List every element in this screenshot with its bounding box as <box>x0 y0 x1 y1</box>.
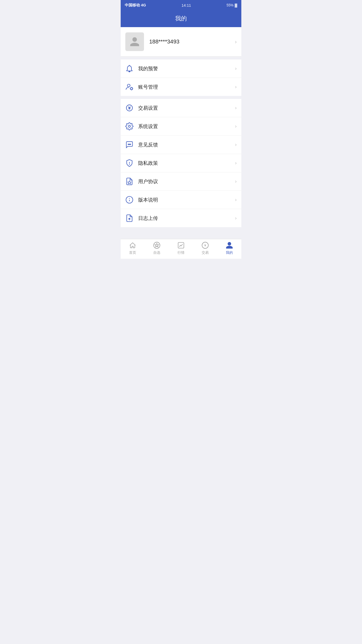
svg-rect-16 <box>178 242 184 248</box>
feedback-label: 意见反馈 <box>138 141 235 148</box>
svg-point-3 <box>129 125 131 127</box>
tab-watchlist-label: 自选 <box>153 250 160 255</box>
market-icon <box>177 242 185 249</box>
user-avatar-icon <box>129 36 140 47</box>
svg-point-4 <box>128 144 129 145</box>
bell-icon <box>125 64 138 73</box>
tab-trade-label: 交易 <box>202 250 209 255</box>
page-header: 我的 <box>121 10 241 27</box>
tab-bar: 首页 自选 行情 ¥ 交易 <box>121 239 241 259</box>
gear-icon <box>125 122 138 130</box>
privacy-label: 隐私政策 <box>138 160 235 167</box>
yen-circle-icon <box>125 104 138 112</box>
tab-home[interactable]: 首页 <box>121 242 145 255</box>
document-star-icon <box>125 177 138 186</box>
log-upload-label: 日志上传 <box>138 215 235 222</box>
menu-item-feedback[interactable]: 意见反馈 › <box>121 136 241 154</box>
tab-mine-label: 我的 <box>226 250 233 255</box>
tab-home-label: 首页 <box>129 250 136 255</box>
alerts-label: 我的预警 <box>138 65 235 72</box>
profile-row[interactable]: 188****3493 › <box>121 27 241 57</box>
bottom-space <box>121 230 241 239</box>
version-label: 版本说明 <box>138 197 235 203</box>
profile-chevron: › <box>235 39 237 45</box>
menu-item-trade-settings[interactable]: 交易设置 › <box>121 99 241 117</box>
battery-percent: 55% <box>226 3 233 7</box>
svg-point-5 <box>129 144 130 145</box>
page-title: 我的 <box>175 15 187 22</box>
svg-text:¥: ¥ <box>204 244 206 247</box>
battery-icon: ▓ <box>235 3 237 7</box>
menu-item-privacy[interactable]: 隐私政策 › <box>121 154 241 172</box>
svg-marker-15 <box>155 244 159 247</box>
star-icon <box>153 242 161 249</box>
svg-point-8 <box>129 164 129 164</box>
mine-icon <box>226 242 233 249</box>
menu-item-alerts[interactable]: 我的预警 › <box>121 60 241 78</box>
battery-area: 55% ▓ <box>226 3 237 7</box>
shield-icon <box>125 159 138 167</box>
menu-item-agreement[interactable]: 用户协议 › <box>121 172 241 191</box>
menu-group-2: 交易设置 › 系统设置 › 意见反馈 › <box>121 99 241 227</box>
tab-market[interactable]: 行情 <box>169 242 193 255</box>
account-manage-icon <box>125 83 138 91</box>
menu-item-system-settings[interactable]: 系统设置 › <box>121 117 241 136</box>
account-label: 账号管理 <box>138 84 235 90</box>
menu-group-1: 我的预警 › 账号管理 › <box>121 60 241 96</box>
tab-watchlist[interactable]: 自选 <box>145 242 169 255</box>
carrier-text: 中国移动 4G <box>125 3 146 8</box>
time-text: 14:11 <box>182 3 191 8</box>
tab-mine[interactable]: 我的 <box>217 242 241 255</box>
svg-point-0 <box>127 84 130 87</box>
info-circle-icon <box>125 196 138 204</box>
trade-settings-label: 交易设置 <box>138 105 235 111</box>
chat-icon <box>125 141 138 149</box>
profile-phone: 188****3493 <box>149 38 235 45</box>
section-divider-1 <box>121 57 241 60</box>
account-chevron: › <box>235 84 237 90</box>
alerts-chevron: › <box>235 66 237 71</box>
status-bar: 中国移动 4G 14:11 55% ▓ <box>121 0 241 10</box>
tab-market-label: 行情 <box>178 250 184 255</box>
agreement-chevron: › <box>235 178 237 184</box>
feedback-chevron: › <box>235 142 237 148</box>
document-upload-icon <box>125 214 138 222</box>
menu-item-log-upload[interactable]: 日志上传 › <box>121 209 241 227</box>
svg-point-6 <box>130 144 131 145</box>
tab-trade[interactable]: ¥ 交易 <box>193 242 217 255</box>
home-icon <box>129 242 136 249</box>
trade-icon: ¥ <box>201 242 209 249</box>
system-settings-chevron: › <box>235 123 237 129</box>
privacy-chevron: › <box>235 160 237 166</box>
log-upload-chevron: › <box>235 215 237 221</box>
menu-item-account[interactable]: 账号管理 › <box>121 78 241 96</box>
trade-settings-chevron: › <box>235 105 237 111</box>
version-chevron: › <box>235 197 237 203</box>
system-settings-label: 系统设置 <box>138 123 235 130</box>
menu-item-version[interactable]: 版本说明 › <box>121 191 241 209</box>
agreement-label: 用户协议 <box>138 178 235 185</box>
avatar <box>125 32 144 51</box>
svg-marker-9 <box>128 181 131 184</box>
